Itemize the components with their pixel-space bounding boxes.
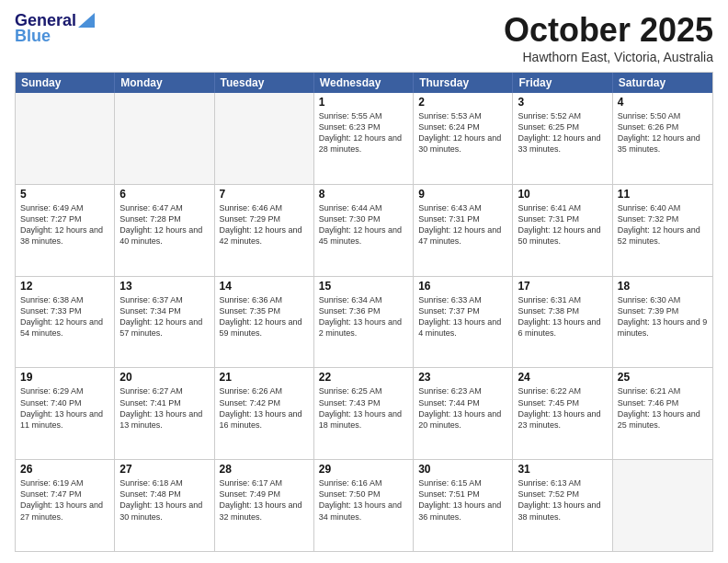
calendar-cell [215,93,314,184]
month-title: October 2025 [504,11,713,50]
day-number: 21 [220,371,309,384]
calendar-cell: 4Sunrise: 5:50 AM Sunset: 6:26 PM Daylig… [613,93,712,184]
calendar-row: 5Sunrise: 6:49 AM Sunset: 7:27 PM Daylig… [16,185,712,277]
calendar-body: 1Sunrise: 5:55 AM Sunset: 6:23 PM Daylig… [16,93,712,551]
calendar-cell: 22Sunrise: 6:25 AM Sunset: 7:43 PM Dayli… [314,368,414,459]
page-container: General Blue October 2025 Hawthorn East,… [0,0,728,563]
day-info: Sunrise: 5:55 AM Sunset: 6:23 PM Dayligh… [319,110,408,155]
day-number: 22 [319,371,408,384]
day-number: 26 [20,463,109,476]
day-number: 11 [618,188,708,201]
day-number: 9 [418,188,507,201]
calendar-day-name: Friday [513,73,612,93]
calendar-day-name: Saturday [613,73,712,93]
calendar-cell: 31Sunrise: 6:13 AM Sunset: 7:52 PM Dayli… [513,460,612,551]
calendar-cell: 9Sunrise: 6:43 AM Sunset: 7:31 PM Daylig… [414,185,513,276]
day-info: Sunrise: 6:25 AM Sunset: 7:43 PM Dayligh… [319,385,408,431]
day-number: 1 [319,96,408,109]
calendar-cell: 16Sunrise: 6:33 AM Sunset: 7:37 PM Dayli… [414,277,513,368]
day-info: Sunrise: 5:50 AM Sunset: 6:26 PM Dayligh… [618,110,708,155]
day-info: Sunrise: 6:30 AM Sunset: 7:39 PM Dayligh… [618,294,708,339]
day-info: Sunrise: 6:29 AM Sunset: 7:40 PM Dayligh… [20,385,109,431]
day-number: 20 [119,371,209,384]
calendar-cell: 15Sunrise: 6:34 AM Sunset: 7:36 PM Dayli… [314,277,414,368]
logo: General Blue [15,11,95,46]
day-info: Sunrise: 6:44 AM Sunset: 7:30 PM Dayligh… [319,202,408,247]
day-number: 8 [319,188,408,201]
calendar-cell [16,93,115,184]
calendar-cell: 21Sunrise: 6:26 AM Sunset: 7:42 PM Dayli… [215,368,314,459]
logo-icon [78,13,95,28]
calendar-cell: 28Sunrise: 6:17 AM Sunset: 7:49 PM Dayli… [215,460,314,551]
calendar-cell: 2Sunrise: 5:53 AM Sunset: 6:24 PM Daylig… [414,93,513,184]
calendar-cell: 23Sunrise: 6:23 AM Sunset: 7:44 PM Dayli… [414,368,513,459]
day-number: 27 [119,463,209,476]
calendar-day-name: Thursday [414,73,513,93]
calendar-cell: 29Sunrise: 6:16 AM Sunset: 7:50 PM Dayli… [314,460,414,551]
calendar-day-name: Monday [115,73,214,93]
day-number: 13 [119,280,209,293]
day-info: Sunrise: 6:16 AM Sunset: 7:50 PM Dayligh… [319,477,408,523]
calendar-cell: 3Sunrise: 5:52 AM Sunset: 6:25 PM Daylig… [513,93,612,184]
day-info: Sunrise: 6:19 AM Sunset: 7:47 PM Dayligh… [20,477,109,523]
calendar-cell [115,93,214,184]
day-number: 15 [319,280,408,293]
day-info: Sunrise: 6:36 AM Sunset: 7:35 PM Dayligh… [220,294,309,339]
calendar-cell: 20Sunrise: 6:27 AM Sunset: 7:41 PM Dayli… [115,368,214,459]
day-info: Sunrise: 6:18 AM Sunset: 7:48 PM Dayligh… [119,477,209,523]
calendar-cell: 19Sunrise: 6:29 AM Sunset: 7:40 PM Dayli… [16,368,115,459]
calendar-day-name: Tuesday [215,73,314,93]
calendar-cell: 26Sunrise: 6:19 AM Sunset: 7:47 PM Dayli… [16,460,115,551]
calendar: SundayMondayTuesdayWednesdayThursdayFrid… [15,72,713,552]
calendar-day-name: Sunday [16,73,115,93]
day-number: 6 [119,188,209,201]
day-info: Sunrise: 6:26 AM Sunset: 7:42 PM Dayligh… [220,385,309,431]
day-number: 7 [220,188,309,201]
calendar-cell: 17Sunrise: 6:31 AM Sunset: 7:38 PM Dayli… [513,277,612,368]
svg-marker-0 [78,13,95,28]
day-number: 3 [518,96,607,109]
title-section: October 2025 Hawthorn East, Victoria, Au… [504,11,713,64]
calendar-cell: 13Sunrise: 6:37 AM Sunset: 7:34 PM Dayli… [115,277,214,368]
day-number: 29 [319,463,408,476]
calendar-cell: 24Sunrise: 6:22 AM Sunset: 7:45 PM Dayli… [513,368,612,459]
day-number: 25 [618,371,708,384]
calendar-row: 19Sunrise: 6:29 AM Sunset: 7:40 PM Dayli… [16,368,712,460]
calendar-header: SundayMondayTuesdayWednesdayThursdayFrid… [16,73,712,93]
day-info: Sunrise: 6:41 AM Sunset: 7:31 PM Dayligh… [518,202,607,247]
day-number: 19 [20,371,109,384]
day-info: Sunrise: 6:38 AM Sunset: 7:33 PM Dayligh… [20,294,109,339]
day-number: 24 [518,371,607,384]
day-info: Sunrise: 6:31 AM Sunset: 7:38 PM Dayligh… [518,294,607,339]
day-number: 12 [20,280,109,293]
calendar-cell: 1Sunrise: 5:55 AM Sunset: 6:23 PM Daylig… [314,93,414,184]
day-number: 31 [518,463,607,476]
day-number: 2 [418,96,507,109]
day-number: 17 [518,280,607,293]
calendar-cell: 30Sunrise: 6:15 AM Sunset: 7:51 PM Dayli… [414,460,513,551]
day-info: Sunrise: 6:33 AM Sunset: 7:37 PM Dayligh… [418,294,507,339]
day-info: Sunrise: 6:13 AM Sunset: 7:52 PM Dayligh… [518,477,607,523]
logo-blue: Blue [15,27,51,46]
day-number: 16 [418,280,507,293]
day-number: 10 [518,188,607,201]
calendar-cell: 5Sunrise: 6:49 AM Sunset: 7:27 PM Daylig… [16,185,115,276]
day-number: 5 [20,188,109,201]
calendar-cell: 14Sunrise: 6:36 AM Sunset: 7:35 PM Dayli… [215,277,314,368]
day-info: Sunrise: 6:15 AM Sunset: 7:51 PM Dayligh… [418,477,507,523]
location-subtitle: Hawthorn East, Victoria, Australia [504,50,713,64]
day-number: 14 [220,280,309,293]
calendar-cell: 6Sunrise: 6:47 AM Sunset: 7:28 PM Daylig… [115,185,214,276]
day-number: 28 [220,463,309,476]
day-info: Sunrise: 6:47 AM Sunset: 7:28 PM Dayligh… [119,202,209,247]
day-number: 23 [418,371,507,384]
day-info: Sunrise: 5:52 AM Sunset: 6:25 PM Dayligh… [518,110,607,155]
day-info: Sunrise: 6:27 AM Sunset: 7:41 PM Dayligh… [119,385,209,431]
calendar-cell [613,460,712,551]
day-info: Sunrise: 6:23 AM Sunset: 7:44 PM Dayligh… [418,385,507,431]
calendar-row: 26Sunrise: 6:19 AM Sunset: 7:47 PM Dayli… [16,460,712,551]
day-info: Sunrise: 6:17 AM Sunset: 7:49 PM Dayligh… [220,477,309,523]
calendar-cell: 10Sunrise: 6:41 AM Sunset: 7:31 PM Dayli… [513,185,612,276]
day-number: 30 [418,463,507,476]
day-info: Sunrise: 6:34 AM Sunset: 7:36 PM Dayligh… [319,294,408,339]
